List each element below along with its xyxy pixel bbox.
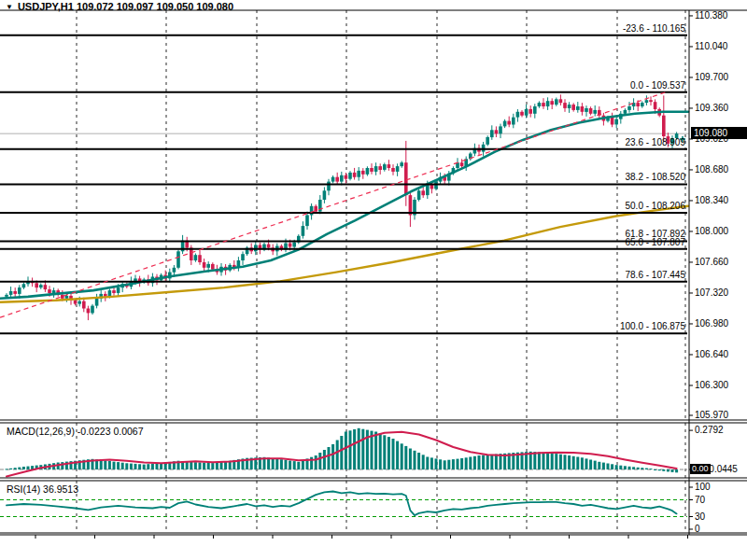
mt4-chart-window: ▼USDJPY,H1 109.072 109.097 109.050 109.0…: [0, 0, 747, 560]
rsi-indicator-label: RSI(14) 36.9513: [7, 483, 78, 495]
symbol-dropdown-arrow-icon[interactable]: ▼: [6, 3, 13, 11]
rsi-line: [7, 492, 677, 516]
fib-level-label: 65.0 - 107.807: [626, 237, 686, 247]
fib-level-label: -23.6 - 110.165: [623, 23, 685, 34]
chart-title-text: USDJPY,H1 109.072 109.097 109.050 109.08…: [18, 1, 233, 12]
candles-layer: [5, 94, 678, 320]
fib-level-label: 0.0 - 109.537: [630, 80, 685, 91]
fib-level-label: 38.2 - 108.520: [626, 172, 686, 182]
trendline: [0, 92, 666, 317]
time-axis[interactable]: 18 Apr 201818 Apr 20:0019 Apr 12:0020 Ap…: [0, 535, 747, 560]
fib-level-label: 23.6 - 108.909: [626, 137, 686, 147]
rsi-level-lines: [0, 500, 687, 517]
fib-level-label: 50.0 - 108.206: [626, 201, 686, 211]
fib-level-label: 78.6 - 107.445: [626, 270, 686, 280]
macd-indicator-label: MACD(12,26,9) -0.0223 0.0067: [7, 426, 144, 437]
fib-level-label: 100.0 - 106.875: [620, 321, 685, 331]
price-axis[interactable]: [689, 10, 747, 534]
chart-title: ▼USDJPY,H1 109.072 109.097 109.050 109.0…: [6, 1, 233, 12]
